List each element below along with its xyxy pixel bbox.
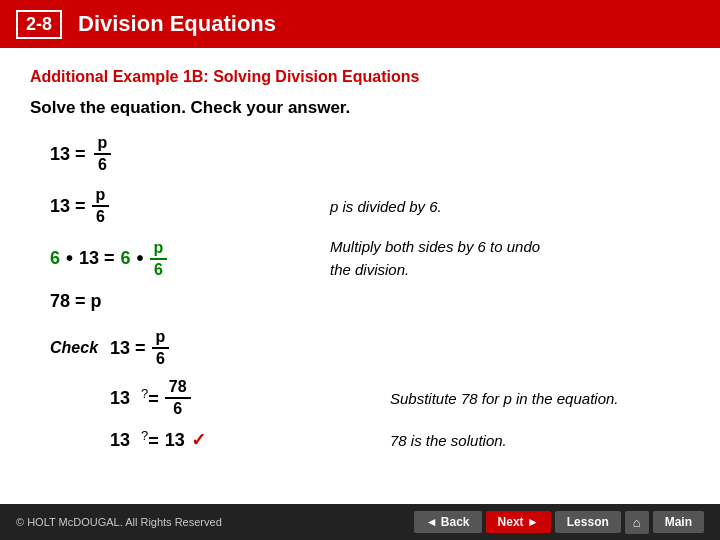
question-mark-2: ? [141,428,148,443]
back-button[interactable]: ◄ Back [414,511,482,533]
step2-explanation-line1: Multiply both sides by 6 to undo [330,238,540,255]
home-button[interactable]: ⌂ [625,511,649,534]
footer-nav-buttons: ◄ Back Next ► Lesson ⌂ Main [414,511,704,534]
header: 2-8 Division Equations [0,0,720,48]
step1-lhs: 13 = [50,196,86,217]
copyright-text: © HOLT McDOUGAL. All Rights Reserved [16,516,222,528]
check-row1: 13 ?= 78 6 Substitute 78 for p in the eq… [30,378,690,418]
big-fraction: p 6 [94,134,112,174]
check2-explanation: 78 is the solution. [390,432,507,449]
step2-explanation-line2: the division. [330,261,409,278]
check0-frac-den: 6 [152,349,169,368]
step1-fraction: p 6 [92,186,110,226]
check2-eq: ?= [136,428,159,452]
check0-frac-num: p [152,328,170,349]
step2-frac-num: p [150,239,168,260]
check2-lhs: 13 [110,430,130,451]
step3-row: 78 = p [30,291,690,312]
main-content: Additional Example 1B: Solving Division … [0,48,720,468]
step1-frac-num: p [92,186,110,207]
check-label: Check [50,339,98,357]
next-button[interactable]: Next ► [486,511,551,533]
step2-frac-den: 6 [150,260,167,279]
step2-six2: 6 [121,248,131,269]
check1-eq: ?= [136,386,159,410]
step3-equation: 78 = p [50,291,102,312]
check1-frac-num: 78 [165,378,191,399]
check1-explanation: Substitute 78 for p in the equation. [390,390,619,407]
checkmark-icon: ✓ [191,429,206,451]
check1-math: 13 ?= 78 6 [110,378,370,418]
big-fraction-numerator: p [94,134,112,155]
step2-row: 6 • 13 = 6 • p 6 Multiply both sides by … [30,236,690,281]
check0-math: Check 13 = p 6 [50,328,310,368]
section-title: Additional Example 1B: Solving Division … [30,68,690,86]
problem-title: Solve the equation. Check your answer. [30,98,690,118]
footer: © HOLT McDOUGAL. All Rights Reserved ◄ B… [0,504,720,540]
step2-six: 6 [50,248,60,269]
check1-frac-den: 6 [169,399,186,418]
check-row2: 13 ?= 13 ✓ 78 is the solution. [30,428,690,452]
step1-explanation: p is divided by 6. [330,198,442,215]
step2-dot2: • [137,247,144,270]
lesson-button[interactable]: Lesson [555,511,621,533]
step2-math: 6 • 13 = 6 • p 6 [50,239,310,279]
step1-row: 13 = p 6 p is divided by 6. [30,186,690,226]
check1-lhs: 13 [110,388,130,409]
lesson-badge: 2-8 [16,10,62,39]
header-title: Division Equations [78,11,276,37]
step2-explanation: Multiply both sides by 6 to undo the div… [330,236,540,281]
check-row0: Check 13 = p 6 [30,328,690,368]
check0-fraction: p 6 [152,328,170,368]
question-mark-1: ? [141,386,148,401]
check1-fraction: 78 6 [165,378,191,418]
check2-math: 13 ?= 13 ✓ [110,428,370,452]
step2-dot1: • [66,247,73,270]
check2-rhs: 13 [165,430,185,451]
step1-math: 13 = p 6 [50,186,310,226]
step1-frac-den: 6 [92,207,109,226]
main-button[interactable]: Main [653,511,704,533]
step2-fraction: p 6 [150,239,168,279]
big-fraction-denominator: 6 [94,155,111,174]
step2-thirteen: 13 = [79,248,115,269]
check0-lhs: 13 = [110,338,146,359]
step3-math: 78 = p [50,291,310,312]
big-equation-lhs: 13 = [50,144,86,165]
